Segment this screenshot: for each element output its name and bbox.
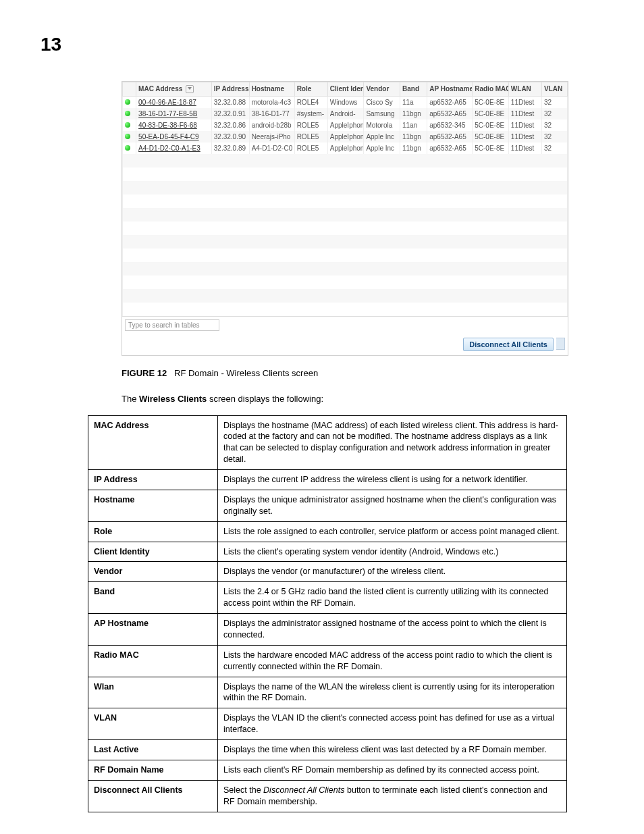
definition-row: Client IdentityLists the client's operat… xyxy=(88,542,567,562)
empty-row xyxy=(123,181,568,194)
status-online-icon xyxy=(125,99,130,105)
vendor-cell: Motorola xyxy=(364,120,400,131)
empty-row xyxy=(123,194,568,208)
definition-row: AP HostnameDisplays the administrator as… xyxy=(88,614,567,646)
ap-hostname-cell: ap6532-A65 xyxy=(427,108,473,120)
role-cell: ROLE5 xyxy=(294,142,327,154)
definition-row: Last ActiveDisplays the time when this w… xyxy=(88,740,567,760)
status-cell xyxy=(123,131,136,142)
radio-mac-cell: 5C-0E-8E xyxy=(473,120,509,131)
col-wlan[interactable]: WLAN xyxy=(508,82,541,97)
definition-description: Lists the hardware encoded MAC address o… xyxy=(218,645,567,677)
wlan-cell: 11Dtest xyxy=(508,131,541,142)
hostname-cell: motorola-4c3 xyxy=(249,97,294,109)
mac-cell[interactable]: A4-D1-D2-C0-A1-E3 xyxy=(136,142,212,154)
role-cell: #system- xyxy=(294,108,327,120)
definition-description: Displays the time when this wireless cli… xyxy=(218,740,567,760)
vendor-cell: Apple Inc xyxy=(364,142,400,154)
definition-row: Radio MACLists the hardware encoded MAC … xyxy=(88,645,567,677)
ip-cell: 32.32.0.89 xyxy=(211,142,249,154)
wlan-cell: 11Dtest xyxy=(508,97,541,109)
mac-cell[interactable]: 50-EA-D6-45-F4-C9 xyxy=(136,131,212,142)
definition-description: Displays the unique administrator assign… xyxy=(218,490,567,521)
mac-cell[interactable]: 00-40-96-AE-18-87 xyxy=(136,97,212,109)
wlan-cell: 11Dtest xyxy=(508,142,541,154)
definition-row: MAC AddressDisplays the hostname (MAC ad… xyxy=(88,415,567,470)
definition-row: RF Domain NameLists each client's RF Dom… xyxy=(88,760,567,780)
table-row[interactable]: 38-16-D1-77-E8-5B32.32.0.9138-16-D1-77#s… xyxy=(123,108,568,120)
col-vendor[interactable]: Vendor xyxy=(364,82,400,97)
mac-cell[interactable]: 40-83-DE-38-F6-68 xyxy=(136,120,212,131)
vlan-cell: 32 xyxy=(541,108,567,120)
definitions-table: MAC AddressDisplays the hostname (MAC ad… xyxy=(88,415,567,812)
vendor-cell: Samsung xyxy=(364,108,400,120)
client-identity-cell: AppleIphone xyxy=(327,120,364,131)
status-cell xyxy=(123,142,136,154)
page-number: 13 xyxy=(41,34,61,55)
definition-term: Vendor xyxy=(88,562,218,582)
ip-cell: 32.32.0.91 xyxy=(211,108,249,120)
role-cell: ROLE5 xyxy=(294,120,327,131)
definition-term: Last Active xyxy=(88,740,218,760)
status-online-icon xyxy=(125,111,130,116)
vlan-cell: 32 xyxy=(541,97,567,109)
col-role[interactable]: Role xyxy=(294,82,327,97)
col-client-identity[interactable]: Client Identity xyxy=(327,82,364,97)
vlan-cell: 32 xyxy=(541,131,567,142)
definition-row: IP AddressDisplays the current IP addres… xyxy=(88,470,567,490)
definition-description: Displays the administrator assigned host… xyxy=(218,614,567,646)
definition-term: Band xyxy=(88,582,218,614)
definition-row: RoleLists the role assigned to each cont… xyxy=(88,521,567,542)
definition-description: Lists the client's operating system vend… xyxy=(218,542,567,562)
ip-cell: 32.32.0.90 xyxy=(211,131,249,142)
col-band[interactable]: Band xyxy=(400,82,427,97)
table-footer: Disconnect All Clients xyxy=(122,334,568,355)
definition-term: Disconnect All Clients xyxy=(88,780,218,812)
table-row[interactable]: 00-40-96-AE-18-8732.32.0.88motorola-4c3R… xyxy=(123,97,568,109)
col-mac[interactable]: MAC Address xyxy=(136,82,212,97)
ap-hostname-cell: ap6532-A65 xyxy=(427,142,473,154)
empty-row xyxy=(123,154,568,167)
col-status[interactable] xyxy=(123,82,136,97)
hostname-cell: Neerajs-iPho xyxy=(249,131,294,142)
definition-description: Select the Disconnect All Clients button… xyxy=(218,780,567,812)
definition-term: Wlan xyxy=(88,677,218,708)
footer-side-handle[interactable] xyxy=(556,338,565,350)
radio-mac-cell: 5C-0E-8E xyxy=(473,108,509,120)
client-identity-cell: AppleIphone xyxy=(327,142,364,154)
empty-row xyxy=(123,235,568,249)
band-cell: 11bgn xyxy=(400,131,427,142)
empty-row xyxy=(123,303,568,316)
client-identity-cell: AppleIphone xyxy=(327,131,364,142)
radio-mac-cell: 5C-0E-8E xyxy=(473,97,509,109)
search-input[interactable] xyxy=(125,319,219,331)
col-ap-hostname[interactable]: AP Hostname xyxy=(427,82,473,97)
table-row[interactable]: 50-EA-D6-45-F4-C932.32.0.90Neerajs-iPhoR… xyxy=(123,131,568,142)
definition-row: VLANDisplays the VLAN ID the client's co… xyxy=(88,708,567,740)
definition-term: IP Address xyxy=(88,470,218,490)
disconnect-all-clients-button[interactable]: Disconnect All Clients xyxy=(463,338,554,351)
definition-description: Lists each client's RF Domain membership… xyxy=(218,760,567,780)
col-vlan[interactable]: VLAN xyxy=(541,82,567,97)
table-row[interactable]: A4-D1-D2-C0-A1-E332.32.0.89A4-D1-D2-C0RO… xyxy=(123,142,568,154)
mac-cell[interactable]: 38-16-D1-77-E8-5B xyxy=(136,108,212,120)
empty-row xyxy=(123,289,568,303)
vendor-cell: Apple Inc xyxy=(364,131,400,142)
wlan-cell: 11Dtest xyxy=(508,120,541,131)
definition-description: Lists the role assigned to each controll… xyxy=(218,521,567,542)
col-hostname[interactable]: Hostname xyxy=(249,82,294,97)
table-row[interactable]: 40-83-DE-38-F6-6832.32.0.86android-b28bR… xyxy=(123,120,568,131)
definition-description: Displays the hostname (MAC address) of e… xyxy=(218,415,567,470)
col-radio-mac[interactable]: Radio MAC xyxy=(473,82,509,97)
sort-icon[interactable] xyxy=(186,85,194,93)
wireless-clients-screenshot: MAC Address IP Address Hostname Role Cli… xyxy=(122,81,568,356)
definition-description: Lists the 2.4 or 5 GHz radio band the li… xyxy=(218,582,567,614)
empty-row xyxy=(123,262,568,276)
band-cell: 11a xyxy=(400,97,427,109)
definition-term: Role xyxy=(88,521,218,542)
ip-cell: 32.32.0.88 xyxy=(211,97,249,109)
col-ip[interactable]: IP Address xyxy=(211,82,249,97)
hostname-cell: 38-16-D1-77 xyxy=(249,108,294,120)
table-header-row: MAC Address IP Address Hostname Role Cli… xyxy=(123,82,568,97)
ip-cell: 32.32.0.86 xyxy=(211,120,249,131)
